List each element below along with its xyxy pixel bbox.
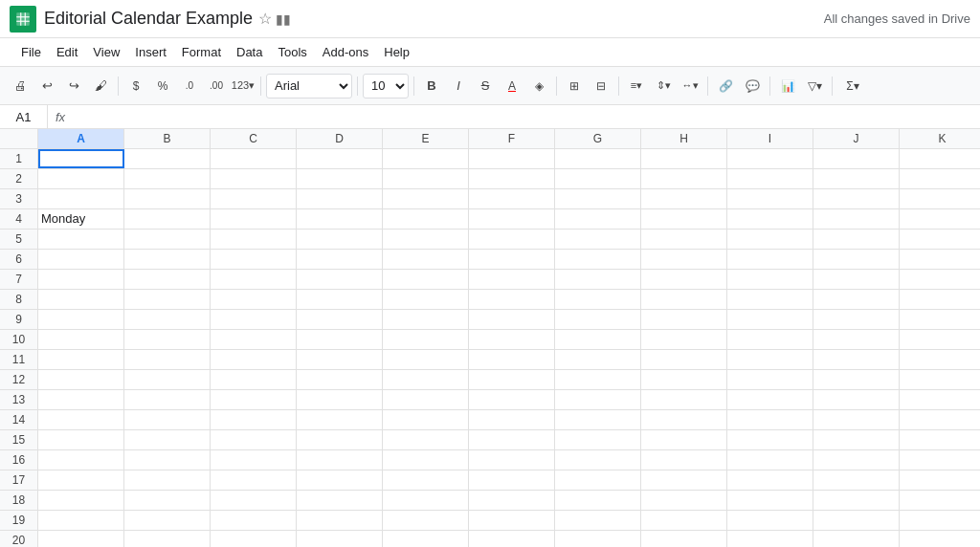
cell-I9[interactable]	[727, 310, 813, 329]
cell-A12[interactable]	[38, 370, 124, 389]
cell-E11[interactable]	[383, 350, 469, 369]
cell-K16[interactable]	[900, 450, 980, 470]
cell-E4[interactable]	[383, 209, 469, 229]
cell-H16[interactable]	[641, 450, 727, 470]
cell-D11[interactable]	[297, 350, 383, 369]
cell-A3[interactable]	[38, 189, 124, 208]
cell-E17[interactable]	[383, 470, 469, 490]
cell-G16[interactable]	[555, 450, 641, 470]
cell-B4[interactable]	[124, 209, 211, 229]
cell-K10[interactable]	[900, 330, 980, 349]
row-num-17[interactable]: 17	[0, 470, 38, 490]
cell-I6[interactable]	[727, 250, 813, 269]
cell-C11[interactable]	[211, 350, 297, 369]
cell-K3[interactable]	[900, 189, 980, 208]
row-num-15[interactable]: 15	[0, 430, 38, 449]
cell-J12[interactable]	[813, 370, 900, 389]
row-num-14[interactable]: 14	[0, 410, 38, 429]
cell-A7[interactable]	[38, 270, 124, 289]
row-num-7[interactable]: 7	[0, 270, 38, 289]
cell-B9[interactable]	[124, 310, 211, 329]
cell-J6[interactable]	[813, 250, 900, 269]
cell-F20[interactable]	[469, 531, 555, 547]
cell-C4[interactable]	[211, 209, 297, 229]
cell-A6[interactable]	[38, 250, 124, 269]
cell-A11[interactable]	[38, 350, 124, 369]
folder-icon[interactable]: ▮▮	[276, 11, 291, 27]
cell-K2[interactable]	[900, 169, 980, 188]
col-header-A[interactable]: A	[38, 129, 124, 148]
cell-F11[interactable]	[469, 350, 555, 369]
cell-H12[interactable]	[641, 370, 727, 389]
cell-J2[interactable]	[813, 169, 900, 188]
cell-A10[interactable]	[38, 330, 124, 349]
cell-E12[interactable]	[383, 370, 469, 389]
cell-I11[interactable]	[727, 350, 813, 369]
print-button[interactable]: 🖨	[8, 74, 33, 98]
cell-I4[interactable]	[727, 209, 813, 229]
row-num-8[interactable]: 8	[0, 290, 38, 309]
font-color-button[interactable]: A	[500, 74, 524, 98]
cell-ref-display[interactable]: A1	[0, 105, 48, 128]
cell-J10[interactable]	[813, 330, 900, 349]
menu-format[interactable]: Format	[174, 41, 229, 63]
cell-H10[interactable]	[641, 330, 727, 349]
cell-I16[interactable]	[727, 450, 813, 470]
cell-K17[interactable]	[900, 470, 980, 490]
cell-D2[interactable]	[297, 169, 383, 188]
chart-button[interactable]: 📊	[775, 74, 800, 98]
menu-view[interactable]: View	[85, 41, 127, 63]
cell-H5[interactable]	[641, 230, 727, 249]
cell-C20[interactable]	[211, 531, 297, 547]
col-header-G[interactable]: G	[555, 129, 641, 148]
cell-I18[interactable]	[727, 491, 813, 510]
col-header-C[interactable]: C	[211, 129, 297, 148]
cell-J14[interactable]	[813, 410, 900, 429]
col-header-F[interactable]: F	[469, 129, 555, 148]
cell-H11[interactable]	[641, 350, 727, 369]
cell-B11[interactable]	[124, 350, 211, 369]
row-num-5[interactable]: 5	[0, 230, 38, 249]
cell-K19[interactable]	[900, 511, 980, 530]
cell-I13[interactable]	[727, 390, 813, 409]
row-num-6[interactable]: 6	[0, 250, 38, 269]
cell-G13[interactable]	[555, 390, 641, 409]
cell-F9[interactable]	[469, 310, 555, 329]
cell-G2[interactable]	[555, 169, 641, 188]
star-icon[interactable]: ☆	[258, 10, 272, 28]
col-header-H[interactable]: H	[641, 129, 727, 148]
cell-B16[interactable]	[124, 450, 211, 470]
cell-D18[interactable]	[297, 491, 383, 510]
cell-G19[interactable]	[555, 511, 641, 530]
cell-D20[interactable]	[297, 531, 383, 547]
row-num-20[interactable]: 20	[0, 531, 38, 547]
cell-C16[interactable]	[211, 450, 297, 470]
cell-A16[interactable]	[38, 450, 124, 470]
cell-H18[interactable]	[641, 491, 727, 510]
cell-B17[interactable]	[124, 470, 211, 490]
cell-E14[interactable]	[383, 410, 469, 429]
cell-B13[interactable]	[124, 390, 211, 409]
row-num-3[interactable]: 3	[0, 189, 38, 208]
cell-K4[interactable]	[900, 209, 980, 229]
row-num-2[interactable]: 2	[0, 169, 38, 188]
cell-B15[interactable]	[124, 430, 211, 449]
cell-G1[interactable]	[555, 149, 641, 168]
cell-K18[interactable]	[900, 491, 980, 510]
cell-F1[interactable]	[469, 149, 555, 168]
cell-I2[interactable]	[727, 169, 813, 188]
cell-G12[interactable]	[555, 370, 641, 389]
cell-K14[interactable]	[900, 410, 980, 429]
cell-E18[interactable]	[383, 491, 469, 510]
cell-F19[interactable]	[469, 511, 555, 530]
cell-G6[interactable]	[555, 250, 641, 269]
cell-J15[interactable]	[813, 430, 900, 449]
cell-F3[interactable]	[469, 189, 555, 208]
cell-I7[interactable]	[727, 270, 813, 289]
cell-K12[interactable]	[900, 370, 980, 389]
cell-J7[interactable]	[813, 270, 900, 289]
cell-I17[interactable]	[727, 470, 813, 490]
col-header-K[interactable]: K	[900, 129, 980, 148]
cell-F4[interactable]	[469, 209, 555, 229]
cell-K1[interactable]	[900, 149, 980, 168]
